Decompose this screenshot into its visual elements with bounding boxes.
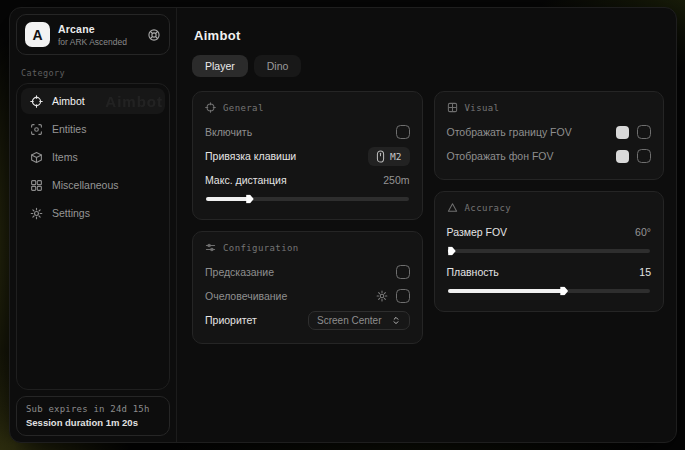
distance-row: Макс. дистанция 250m	[205, 168, 410, 192]
sidebar-nav: Aimbot Aimbot Entities Items Miscellane	[16, 83, 170, 390]
distance-slider[interactable]	[206, 197, 409, 201]
sidebar-item-items[interactable]: Items	[21, 144, 165, 170]
configuration-card-title: Configuration	[223, 243, 299, 253]
distance-slider-fill	[206, 197, 249, 201]
smoothness-value: 15	[639, 266, 651, 278]
keybind-button[interactable]: M2	[368, 147, 409, 166]
fov-bg-color-swatch[interactable]	[616, 150, 629, 163]
sliders-icon	[205, 242, 216, 253]
enable-label: Включить	[205, 126, 252, 138]
accuracy-card-title: Accuracy	[465, 203, 512, 213]
fov-border-checkbox[interactable]	[637, 125, 651, 139]
distance-slider-thumb[interactable]	[246, 195, 254, 204]
fov-bg-checkbox[interactable]	[637, 149, 651, 163]
left-column: General Включить Привязка клавиши M2	[192, 91, 423, 344]
scan-icon	[30, 123, 43, 136]
tab-dino[interactable]: Dino	[254, 55, 302, 77]
priority-value: Screen Center	[317, 315, 381, 326]
chevron-up-down-icon	[391, 315, 401, 326]
prediction-label: Предсказание	[205, 266, 274, 278]
general-card-header: General	[205, 102, 410, 113]
sidebar-item-label: Items	[52, 151, 78, 163]
priority-row: Приоритет Screen Center	[205, 308, 410, 332]
main-panel: Aimbot Player Dino General Включить	[177, 8, 676, 442]
mouse-icon	[376, 150, 385, 163]
fov-border-controls	[616, 125, 651, 139]
fov-bg-controls	[616, 149, 651, 163]
app-logo: A	[25, 22, 50, 47]
session-duration-text: Session duration 1m 20s	[26, 417, 160, 428]
crosshair-icon	[205, 102, 216, 113]
enable-row: Включить	[205, 120, 410, 144]
fov-border-label: Отображать границу FOV	[447, 126, 572, 138]
fov-border-color-swatch[interactable]	[616, 126, 629, 139]
humanize-checkbox[interactable]	[396, 289, 410, 303]
brand-text: Arcane for ARK Ascended	[58, 23, 139, 47]
sidebar-item-label: Settings	[52, 207, 90, 219]
smoothness-slider-thumb[interactable]	[560, 287, 568, 296]
accuracy-card: Accuracy Размер FOV 60° Плавность 15	[434, 191, 665, 312]
sidebar: A Arcane for ARK Ascended Category Aimbo…	[10, 8, 177, 442]
smoothness-label: Плавность	[447, 266, 499, 278]
visual-card-header: Visual	[447, 102, 652, 113]
enable-checkbox[interactable]	[396, 125, 410, 139]
gear-icon	[30, 207, 43, 220]
configuration-card-header: Configuration	[205, 242, 410, 253]
grid-icon	[30, 179, 43, 192]
category-label: Category	[21, 68, 166, 78]
fov-bg-row: Отображать фон FOV	[447, 144, 652, 168]
fov-size-slider-thumb[interactable]	[448, 247, 456, 256]
right-column: Visual Отображать границу FOV Отображать…	[434, 91, 665, 344]
prediction-row: Предсказание	[205, 260, 410, 284]
smoothness-slider-fill	[448, 289, 563, 293]
keybind-label: Привязка клавиши	[205, 150, 296, 162]
distance-value: 250m	[383, 174, 409, 186]
priority-dropdown[interactable]: Screen Center	[308, 311, 409, 330]
sidebar-item-entities[interactable]: Entities	[21, 116, 165, 142]
cheat-window: A Arcane for ARK Ascended Category Aimbo…	[9, 7, 677, 443]
sidebar-item-label: Entities	[52, 123, 86, 135]
smoothness-slider[interactable]	[448, 289, 651, 293]
sidebar-item-settings[interactable]: Settings	[21, 200, 165, 226]
app-title: Arcane	[58, 23, 139, 35]
keybind-value: M2	[390, 151, 401, 162]
fov-border-row: Отображать границу FOV	[447, 120, 652, 144]
visual-card-title: Visual	[465, 103, 500, 113]
general-card: General Включить Привязка клавиши M2	[192, 91, 423, 220]
visual-card: Visual Отображать границу FOV Отображать…	[434, 91, 665, 180]
configuration-card: Configuration Предсказание Очеловечивани…	[192, 231, 423, 344]
humanize-label: Очеловечивание	[205, 290, 287, 302]
prediction-checkbox[interactable]	[396, 265, 410, 279]
sidebar-item-aimbot[interactable]: Aimbot Aimbot	[21, 88, 165, 114]
general-card-title: General	[223, 103, 264, 113]
subscription-info: Sub expires in 24d 15h Session duration …	[16, 396, 170, 436]
target-icon[interactable]	[147, 28, 161, 42]
sidebar-item-miscellaneous[interactable]: Miscellaneous	[21, 172, 165, 198]
sidebar-item-label: Aimbot	[52, 95, 85, 107]
frame-icon	[447, 102, 458, 113]
tab-bar: Player Dino	[192, 55, 664, 77]
humanize-settings-gear-icon[interactable]	[376, 290, 388, 302]
tab-player[interactable]: Player	[192, 55, 248, 77]
fov-size-row: Размер FOV 60°	[447, 220, 652, 244]
page-title: Aimbot	[194, 28, 664, 43]
brand-card: A Arcane for ARK Ascended	[16, 14, 170, 55]
accuracy-card-header: Accuracy	[447, 202, 652, 213]
fov-size-value: 60°	[635, 226, 651, 238]
crosshair-icon	[30, 95, 43, 108]
app-subtitle: for ARK Ascended	[58, 37, 139, 47]
humanize-row: Очеловечивание	[205, 284, 410, 308]
sidebar-item-label: Miscellaneous	[52, 179, 119, 191]
keybind-row: Привязка клавиши M2	[205, 144, 410, 168]
aimbot-watermark: Aimbot	[105, 93, 163, 110]
distance-label: Макс. дистанция	[205, 174, 287, 186]
humanize-controls	[376, 289, 410, 303]
smoothness-row: Плавность 15	[447, 260, 652, 284]
settings-grid: General Включить Привязка клавиши M2	[192, 91, 664, 344]
fov-size-label: Размер FOV	[447, 226, 508, 238]
fov-bg-label: Отображать фон FOV	[447, 150, 554, 162]
priority-label: Приоритет	[205, 314, 257, 326]
sub-expires-text: Sub expires in 24d 15h	[26, 404, 160, 414]
fov-size-slider[interactable]	[448, 249, 651, 253]
triangle-icon	[447, 202, 458, 213]
